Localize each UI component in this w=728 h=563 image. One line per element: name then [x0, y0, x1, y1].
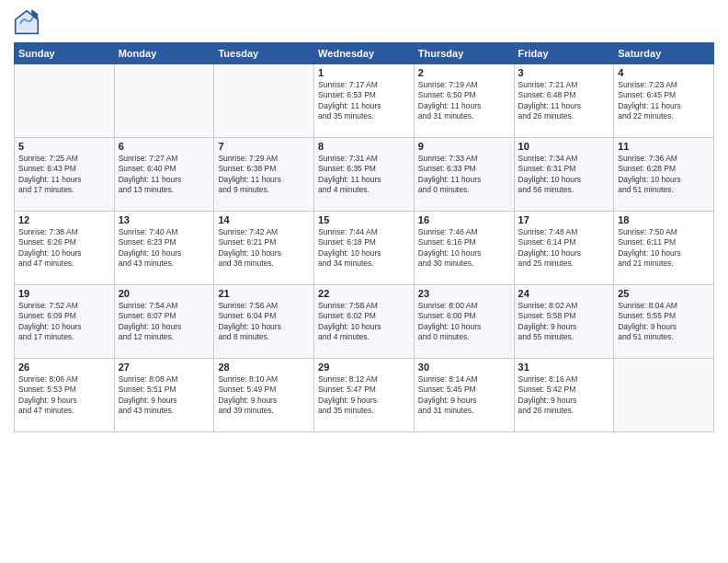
- day-number: 3: [518, 67, 610, 78]
- day-number: 16: [418, 214, 510, 225]
- cell-content: Sunrise: 7:38 AM Sunset: 6:26 PM Dayligh…: [18, 227, 110, 270]
- cell-content: Sunrise: 7:36 AM Sunset: 6:28 PM Dayligh…: [618, 154, 710, 196]
- day-number: 2: [418, 67, 510, 78]
- day-number: 30: [418, 362, 510, 373]
- col-header-wednesday: Wednesday: [314, 43, 415, 64]
- day-number: 25: [618, 288, 710, 299]
- col-header-tuesday: Tuesday: [214, 43, 314, 64]
- cell-content: Sunrise: 7:17 AM Sunset: 6:53 PM Dayligh…: [318, 80, 410, 122]
- cell-content: Sunrise: 8:12 AM Sunset: 5:47 PM Dayligh…: [318, 374, 410, 417]
- cell-content: Sunrise: 7:23 AM Sunset: 6:45 PM Dayligh…: [618, 80, 710, 122]
- week-row-3: 12Sunrise: 7:38 AM Sunset: 6:26 PM Dayli…: [15, 212, 714, 285]
- cell-content: Sunrise: 8:04 AM Sunset: 5:55 PM Dayligh…: [618, 301, 710, 343]
- day-number: 26: [18, 362, 110, 373]
- cell-content: Sunrise: 7:21 AM Sunset: 6:48 PM Dayligh…: [518, 80, 610, 122]
- day-number: 20: [119, 288, 210, 299]
- cell-week3-day2: 14Sunrise: 7:42 AM Sunset: 6:21 PM Dayli…: [214, 212, 314, 285]
- cell-content: Sunrise: 8:08 AM Sunset: 5:51 PM Dayligh…: [119, 374, 210, 417]
- cell-week1-day0: [15, 64, 115, 138]
- cell-content: Sunrise: 7:58 AM Sunset: 6:02 PM Dayligh…: [318, 301, 410, 343]
- day-number: 6: [119, 141, 210, 152]
- day-number: 28: [218, 362, 310, 373]
- header-row: SundayMondayTuesdayWednesdayThursdayFrid…: [15, 43, 714, 64]
- cell-week5-day6: [614, 359, 714, 432]
- day-number: 7: [218, 141, 310, 152]
- day-number: 11: [618, 141, 710, 152]
- day-number: 4: [618, 67, 710, 78]
- cell-week5-day2: 28Sunrise: 8:10 AM Sunset: 5:49 PM Dayli…: [214, 359, 314, 432]
- day-number: 29: [318, 362, 410, 373]
- day-number: 14: [218, 214, 310, 225]
- day-number: 18: [618, 214, 710, 225]
- cell-week1-day3: 1Sunrise: 7:17 AM Sunset: 6:53 PM Daylig…: [314, 64, 415, 138]
- calendar-table: SundayMondayTuesdayWednesdayThursdayFrid…: [14, 42, 714, 432]
- cell-week3-day0: 12Sunrise: 7:38 AM Sunset: 6:26 PM Dayli…: [15, 212, 115, 285]
- day-number: 19: [18, 288, 110, 299]
- cell-week3-day3: 15Sunrise: 7:44 AM Sunset: 6:18 PM Dayli…: [314, 212, 415, 285]
- logo-icon: [14, 9, 40, 35]
- day-number: 9: [418, 141, 510, 152]
- cell-week2-day2: 7Sunrise: 7:29 AM Sunset: 6:38 PM Daylig…: [214, 138, 314, 212]
- cell-week1-day6: 4Sunrise: 7:23 AM Sunset: 6:45 PM Daylig…: [614, 64, 714, 138]
- day-number: 22: [318, 288, 410, 299]
- cell-content: Sunrise: 8:06 AM Sunset: 5:53 PM Dayligh…: [18, 374, 110, 417]
- cell-week2-day4: 9Sunrise: 7:33 AM Sunset: 6:33 PM Daylig…: [414, 138, 514, 212]
- col-header-friday: Friday: [514, 43, 614, 64]
- page: SundayMondayTuesdayWednesdayThursdayFrid…: [0, 0, 728, 563]
- cell-content: Sunrise: 8:02 AM Sunset: 5:58 PM Dayligh…: [518, 301, 610, 343]
- day-number: 31: [518, 362, 610, 373]
- day-number: 12: [18, 214, 110, 225]
- cell-week2-day5: 10Sunrise: 7:34 AM Sunset: 6:31 PM Dayli…: [514, 138, 614, 212]
- cell-week5-day1: 27Sunrise: 8:08 AM Sunset: 5:51 PM Dayli…: [114, 359, 214, 432]
- cell-week4-day1: 20Sunrise: 7:54 AM Sunset: 6:07 PM Dayli…: [114, 285, 214, 359]
- day-number: 10: [518, 141, 610, 152]
- cell-content: Sunrise: 7:40 AM Sunset: 6:23 PM Dayligh…: [119, 227, 210, 270]
- cell-content: Sunrise: 7:42 AM Sunset: 6:21 PM Dayligh…: [218, 227, 310, 270]
- cell-week3-day4: 16Sunrise: 7:46 AM Sunset: 6:16 PM Dayli…: [414, 212, 514, 285]
- cell-week2-day0: 5Sunrise: 7:25 AM Sunset: 6:43 PM Daylig…: [15, 138, 115, 212]
- col-header-monday: Monday: [114, 43, 214, 64]
- cell-week1-day1: [114, 64, 214, 138]
- cell-content: Sunrise: 7:50 AM Sunset: 6:11 PM Dayligh…: [618, 227, 710, 270]
- cell-week1-day2: [214, 64, 314, 138]
- cell-content: Sunrise: 7:33 AM Sunset: 6:33 PM Dayligh…: [418, 154, 510, 196]
- cell-content: Sunrise: 8:00 AM Sunset: 6:00 PM Dayligh…: [418, 301, 510, 343]
- day-number: 13: [119, 214, 210, 225]
- cell-week1-day4: 2Sunrise: 7:19 AM Sunset: 6:50 PM Daylig…: [414, 64, 514, 138]
- day-number: 23: [418, 288, 510, 299]
- cell-content: Sunrise: 7:52 AM Sunset: 6:09 PM Dayligh…: [18, 301, 110, 343]
- cell-content: Sunrise: 7:31 AM Sunset: 6:35 PM Dayligh…: [318, 154, 410, 196]
- cell-content: Sunrise: 7:25 AM Sunset: 6:43 PM Dayligh…: [18, 154, 110, 196]
- cell-week4-day4: 23Sunrise: 8:00 AM Sunset: 6:00 PM Dayli…: [414, 285, 514, 359]
- day-number: 1: [318, 67, 410, 78]
- cell-content: Sunrise: 7:48 AM Sunset: 6:14 PM Dayligh…: [518, 227, 610, 270]
- cell-content: Sunrise: 7:44 AM Sunset: 6:18 PM Dayligh…: [318, 227, 410, 270]
- cell-week1-day5: 3Sunrise: 7:21 AM Sunset: 6:48 PM Daylig…: [514, 64, 614, 138]
- col-header-thursday: Thursday: [414, 43, 514, 64]
- cell-week4-day0: 19Sunrise: 7:52 AM Sunset: 6:09 PM Dayli…: [15, 285, 115, 359]
- cell-week5-day0: 26Sunrise: 8:06 AM Sunset: 5:53 PM Dayli…: [15, 359, 115, 432]
- week-row-2: 5Sunrise: 7:25 AM Sunset: 6:43 PM Daylig…: [15, 138, 714, 212]
- cell-week4-day3: 22Sunrise: 7:58 AM Sunset: 6:02 PM Dayli…: [314, 285, 415, 359]
- cell-content: Sunrise: 7:27 AM Sunset: 6:40 PM Dayligh…: [119, 154, 210, 196]
- cell-week4-day2: 21Sunrise: 7:56 AM Sunset: 6:04 PM Dayli…: [214, 285, 314, 359]
- week-row-1: 1Sunrise: 7:17 AM Sunset: 6:53 PM Daylig…: [15, 64, 714, 138]
- day-number: 21: [218, 288, 310, 299]
- day-number: 15: [318, 214, 410, 225]
- cell-content: Sunrise: 7:56 AM Sunset: 6:04 PM Dayligh…: [218, 301, 310, 343]
- cell-content: Sunrise: 8:14 AM Sunset: 5:45 PM Dayligh…: [418, 374, 510, 417]
- cell-week2-day6: 11Sunrise: 7:36 AM Sunset: 6:28 PM Dayli…: [614, 138, 714, 212]
- week-row-4: 19Sunrise: 7:52 AM Sunset: 6:09 PM Dayli…: [15, 285, 714, 359]
- cell-week2-day1: 6Sunrise: 7:27 AM Sunset: 6:40 PM Daylig…: [114, 138, 214, 212]
- day-number: 27: [119, 362, 210, 373]
- col-header-saturday: Saturday: [614, 43, 714, 64]
- cell-content: Sunrise: 8:16 AM Sunset: 5:42 PM Dayligh…: [518, 374, 610, 417]
- cell-week5-day3: 29Sunrise: 8:12 AM Sunset: 5:47 PM Dayli…: [314, 359, 415, 432]
- header: [14, 9, 714, 35]
- cell-content: Sunrise: 7:46 AM Sunset: 6:16 PM Dayligh…: [418, 227, 510, 270]
- cell-content: Sunrise: 7:34 AM Sunset: 6:31 PM Dayligh…: [518, 154, 610, 196]
- day-number: 17: [518, 214, 610, 225]
- col-header-sunday: Sunday: [15, 43, 115, 64]
- day-number: 24: [518, 288, 610, 299]
- cell-content: Sunrise: 7:19 AM Sunset: 6:50 PM Dayligh…: [418, 80, 510, 122]
